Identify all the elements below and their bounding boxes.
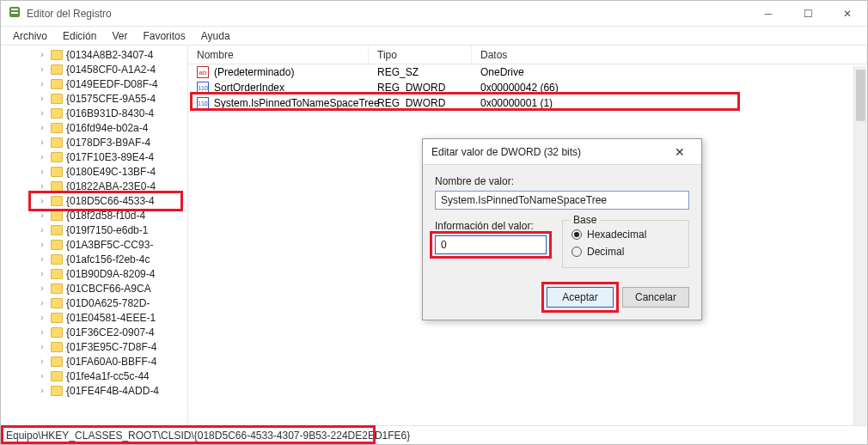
dialog-close-icon[interactable]: ✕ <box>667 145 693 159</box>
tree-node[interactable]: ›{019f7150-e6db-1 <box>1 222 187 237</box>
col-type[interactable]: Tipo <box>369 46 472 64</box>
value-row[interactable]: 110System.IsPinnedToNameSpaceTreeREG_DWO… <box>188 95 867 111</box>
tree-node[interactable]: ›{01CBCF66-A9CA <box>1 281 187 296</box>
expand-icon[interactable]: › <box>37 181 47 191</box>
expand-icon[interactable]: › <box>37 196 47 205</box>
expand-icon[interactable]: › <box>37 210 47 220</box>
folder-icon <box>51 357 63 367</box>
expand-icon[interactable]: › <box>37 342 47 351</box>
expand-icon[interactable]: › <box>37 386 47 395</box>
expand-icon[interactable]: › <box>37 167 47 176</box>
dialog-title: Editar valor de DWORD (32 bits) <box>431 146 667 158</box>
expand-icon[interactable]: › <box>37 64 47 74</box>
radio-hexadecimal[interactable]: Hexadecimal <box>572 226 680 243</box>
radio-dot-icon <box>572 247 582 257</box>
tree-node[interactable]: ›{01822ABA-23E0-4 <box>1 179 187 193</box>
value-data: OneDrive <box>480 66 524 78</box>
expand-icon[interactable]: › <box>37 123 47 132</box>
menu-edicion[interactable]: Edición <box>56 28 103 44</box>
menu-ayuda[interactable]: Ayuda <box>194 28 237 44</box>
folder-icon <box>51 108 63 119</box>
tree-node[interactable]: ›{01fe4a1f-cc5c-44 <box>1 369 187 383</box>
status-path: Equipo\HKEY_CLASSES_ROOT\CLSID\{018D5C66… <box>6 430 410 442</box>
tree-node[interactable]: ›{0180E49C-13BF-4 <box>1 164 187 179</box>
tree-node[interactable]: ›{0178DF3-B9AF-4 <box>1 135 187 149</box>
value-data: 0x00000001 (1) <box>480 97 553 109</box>
tree-node-label: {018D5C66-4533-4 <box>66 195 155 207</box>
expand-icon[interactable]: › <box>37 357 47 366</box>
close-button[interactable]: ✕ <box>828 1 867 27</box>
expand-icon[interactable]: › <box>37 137 47 147</box>
value-data: 0x00000042 (66) <box>480 82 559 94</box>
expand-icon[interactable]: › <box>37 283 47 293</box>
tree-node[interactable]: ›{01A3BF5C-CC93- <box>1 237 187 252</box>
accept-button[interactable]: Aceptar <box>547 287 614 308</box>
expand-icon[interactable]: › <box>37 94 47 103</box>
maximize-button[interactable]: ☐ <box>788 1 828 27</box>
expand-icon[interactable]: › <box>37 254 47 264</box>
folder-icon <box>51 386 63 396</box>
folder-icon <box>51 64 63 75</box>
dword-value-icon: 110 <box>197 82 209 94</box>
folder-icon <box>51 313 63 323</box>
value-name-label: Nombre de valor: <box>435 175 689 187</box>
scrollbar-thumb[interactable] <box>856 70 865 121</box>
value-row[interactable]: 110SortOrderIndexREG_DWORD0x00000042 (66… <box>188 80 867 95</box>
expand-icon[interactable]: › <box>37 371 47 381</box>
value-name: (Predeterminado) <box>214 66 294 78</box>
expand-icon[interactable]: › <box>37 240 47 249</box>
minimize-button[interactable]: ─ <box>749 1 788 27</box>
col-data[interactable]: Datos <box>472 46 867 64</box>
tree-node[interactable]: ›{018D5C66-4533-4 <box>1 193 187 208</box>
folder-icon <box>51 123 63 133</box>
tree-node[interactable]: ›{01afc156-f2eb-4c <box>1 252 187 266</box>
list-scrollbar[interactable] <box>853 66 867 425</box>
tree-node[interactable]: ›{01E04581-4EEE-1 <box>1 310 187 325</box>
statusbar: Equipo\HKEY_CLASSES_ROOT\CLSID\{018D5C66… <box>1 425 867 444</box>
tree-node-label: {016fd94e-b02a-4 <box>66 122 148 134</box>
expand-icon[interactable]: › <box>37 225 47 235</box>
tree-node[interactable]: ›{01458CF0-A1A2-4 <box>1 62 187 76</box>
menu-ver[interactable]: Ver <box>105 28 134 44</box>
folder-icon <box>51 269 63 279</box>
tree-node-label: {01FA60A0-BBFF-4 <box>66 356 156 368</box>
tree-node[interactable]: ›{016B931D-8430-4 <box>1 106 187 120</box>
expand-icon[interactable]: › <box>37 50 47 59</box>
value-row[interactable]: ab(Predeterminado)REG_SZOneDrive <box>188 64 867 80</box>
cancel-button[interactable]: Cancelar <box>622 287 689 308</box>
tree-node[interactable]: ›{017F10E3-89E4-4 <box>1 149 187 164</box>
tree-node[interactable]: ›{01F36CE2-0907-4 <box>1 325 187 339</box>
tree-node[interactable]: ›{01B90D9A-8209-4 <box>1 266 187 281</box>
value-data-input[interactable]: 0 <box>435 235 547 254</box>
tree-node[interactable]: ›{01575CFE-9A55-4 <box>1 91 187 106</box>
folder-icon <box>51 79 63 89</box>
col-name[interactable]: Nombre <box>188 46 369 64</box>
expand-icon[interactable]: › <box>37 313 47 322</box>
expand-icon[interactable]: › <box>37 108 47 118</box>
tree-node[interactable]: ›{018f2d58-f10d-4 <box>1 208 187 222</box>
tree-node[interactable]: ›{016fd94e-b02a-4 <box>1 120 187 135</box>
tree-node[interactable]: ›{0134A8B2-3407-4 <box>1 47 187 62</box>
radio-decimal[interactable]: Decimal <box>572 243 680 260</box>
tree-node[interactable]: ›{01FE4F4B-4ADD-4 <box>1 383 187 398</box>
tree-panel[interactable]: ›{0134A8B2-3407-4›{01458CF0-A1A2-4›{0149… <box>1 46 188 425</box>
tree-node[interactable]: ›{01F3E95C-7D8F-4 <box>1 339 187 354</box>
expand-icon[interactable]: › <box>37 269 47 278</box>
expand-icon[interactable]: › <box>37 327 47 337</box>
tree-node[interactable]: ›{01D0A625-782D- <box>1 296 187 310</box>
menu-archivo[interactable]: Archivo <box>6 28 54 44</box>
value-name-input[interactable]: System.IsPinnedToNameSpaceTree <box>435 191 689 210</box>
folder-icon <box>51 94 63 104</box>
tree-node[interactable]: ›{0149EEDF-D08F-4 <box>1 76 187 91</box>
expand-icon[interactable]: › <box>37 79 47 88</box>
tree-node-label: {01A3BF5C-CC93- <box>66 239 153 251</box>
menu-favoritos[interactable]: Favoritos <box>136 28 192 44</box>
tree-node[interactable]: ›{01FA60A0-BBFF-4 <box>1 354 187 369</box>
expand-icon[interactable]: › <box>37 152 47 162</box>
tree-node-label: {01FE4F4B-4ADD-4 <box>66 385 159 397</box>
folder-icon <box>51 196 63 206</box>
tree-node-label: {01fe4a1f-cc5c-44 <box>66 370 150 382</box>
folder-icon <box>51 167 63 177</box>
expand-icon[interactable]: › <box>37 298 47 308</box>
tree-node-label: {0149EEDF-D08F-4 <box>66 78 158 90</box>
